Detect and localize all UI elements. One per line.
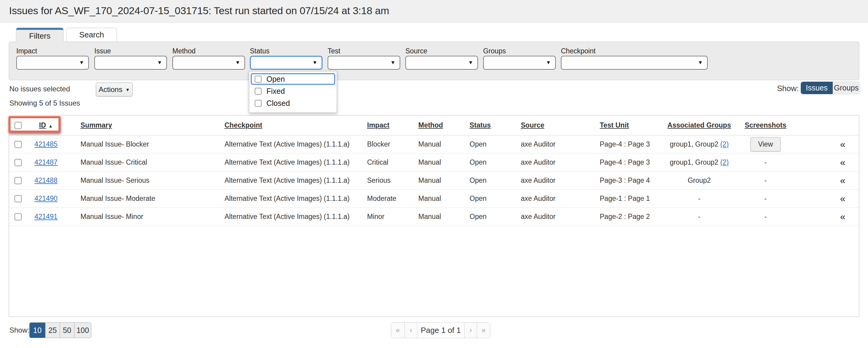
table-row: 421487 Manual Issue- Critical Alternativ… [9,153,859,172]
tab-filters[interactable]: Filters [16,28,64,42]
column-header-id[interactable]: ID▲ [27,121,65,129]
page-size-10-button[interactable]: 10 [30,323,45,338]
collapse-row-icon[interactable]: « [840,211,845,222]
test-unit-cell: Page-4 : Page 3 [582,140,657,148]
column-header-summary[interactable]: Summary [65,121,220,129]
screenshots-cell: - [741,158,789,167]
page-size-25-button[interactable]: 25 [45,323,60,338]
caret-down-icon: ▼ [157,60,162,66]
filter-status-label: Status [250,47,270,55]
summary-cell: Manual Issue- Minor [65,212,220,221]
actions-button[interactable]: Actions ▼ [96,83,133,96]
groups-cell: - [657,195,741,203]
view-toggle: Issues Groups [801,81,860,94]
status-cell: Open [458,140,509,148]
status-option-closed[interactable]: Closed [251,97,335,109]
last-page-button[interactable]: » [477,323,490,338]
first-page-button[interactable]: « [391,323,404,338]
collapse-row-icon[interactable]: « [840,175,845,186]
page-size-label: Show: [9,326,30,335]
checkpoint-cell: Alternative Text (Active Images) (1.1.1.… [220,158,355,167]
summary-cell: Manual Issue- Serious [65,176,220,184]
collapse-row-icon[interactable]: « [840,139,845,150]
status-closed-checkbox[interactable] [255,100,261,107]
caret-down-icon: ▼ [125,87,130,92]
screenshots-cell: - [741,212,789,221]
status-option-open[interactable]: Open [251,73,335,85]
method-cell: Manual [407,176,458,184]
column-header-test-unit[interactable]: Test Unit [582,121,657,129]
row-checkbox[interactable] [14,213,22,221]
groups-count-link[interactable]: (2) [720,140,729,148]
filter-impact-select[interactable]: ▼ [16,56,89,70]
row-checkbox[interactable] [14,141,22,148]
filter-method-select[interactable]: ▼ [173,56,245,70]
impact-cell: Serious [355,176,407,184]
caret-down-icon: ▼ [312,60,317,66]
caret-down-icon: ▼ [235,60,240,66]
impact-cell: Critical [355,158,407,167]
status-closed-label: Closed [267,99,290,108]
test-unit-cell: Page-3 : Page 4 [582,176,657,184]
tab-search[interactable]: Search [66,28,117,42]
caret-down-icon: ▼ [698,60,703,66]
table-row: 421485 Manual Issue- Blocker Alternative… [9,136,859,153]
show-toggle-label: Show: [777,84,799,93]
row-checkbox[interactable] [14,159,22,166]
issue-id-link[interactable]: 421491 [34,212,58,221]
view-screenshot-button[interactable]: View [750,137,780,151]
groups-cell: group1, Group2 (2) [657,140,741,148]
filter-issue-type-select[interactable]: ▼ [94,56,167,70]
column-header-method[interactable]: Method [407,121,458,129]
summary-cell: Manual Issue- Critical [65,158,220,167]
column-header-associated-groups[interactable]: Associated Groups [657,121,741,129]
method-cell: Manual [407,212,458,221]
column-header-checkpoint[interactable]: Checkpoint [220,121,355,129]
row-checkbox[interactable] [14,195,22,202]
collapse-row-icon[interactable]: « [840,157,845,168]
filter-source-select[interactable]: ▼ [405,56,478,70]
issue-id-link[interactable]: 421487 [34,158,58,166]
test-unit-cell: Page-4 : Page 3 [582,158,657,167]
column-header-screenshots[interactable]: Screenshots [741,121,789,129]
checkpoint-cell: Alternative Text (Active Images) (1.1.1.… [220,195,355,203]
collapse-row-icon[interactable]: « [840,193,845,204]
filter-groups-select[interactable]: ▼ [483,56,556,70]
page-size-50-button[interactable]: 50 [60,323,74,338]
tab-search-label: Search [79,30,104,39]
filter-impact-label: Impact [16,47,37,55]
toggle-groups-button[interactable]: Groups [833,82,860,94]
select-all-checkbox[interactable] [14,122,22,129]
column-header-status[interactable]: Status [458,121,509,129]
next-page-button[interactable]: › [464,323,477,338]
screenshots-cell: - [741,176,789,184]
column-header-impact[interactable]: Impact [355,121,407,129]
issue-id-link[interactable]: 421488 [34,176,58,184]
status-fixed-label: Fixed [267,87,285,95]
filter-panel: Impact ▼ Issue type ▼ Method ▼ Status ▼ … [9,41,859,80]
caret-down-icon: ▼ [546,60,551,66]
page-size-100-button[interactable]: 100 [74,323,91,338]
status-option-fixed[interactable]: Fixed [251,85,335,97]
groups-cell: - [657,212,741,221]
status-cell: Open [458,158,509,167]
test-unit-cell: Page-2 : Page 2 [582,212,657,221]
table-header-row: ID▲ Summary Checkpoint Impact Method Sta… [9,116,859,136]
first-page-icon: « [396,326,400,335]
source-cell: axe Auditor [509,158,582,167]
summary-cell: Manual Issue- Blocker [65,140,220,148]
impact-cell: Minor [355,212,407,221]
issue-id-link[interactable]: 421490 [34,195,58,202]
toggle-issues-button[interactable]: Issues [801,82,833,94]
column-header-source[interactable]: Source [509,121,582,129]
checkpoint-cell: Alternative Text (Active Images) (1.1.1.… [220,176,355,184]
previous-page-button[interactable]: ‹ [404,323,417,338]
groups-count-link[interactable]: (2) [720,158,729,166]
status-fixed-checkbox[interactable] [255,88,261,95]
issue-id-link[interactable]: 421485 [34,140,58,148]
row-checkbox[interactable] [14,177,22,184]
status-open-checkbox[interactable] [255,76,261,83]
filter-status-select[interactable]: ▼ [250,56,322,70]
filter-checkpoint-select[interactable]: ▼ [561,56,708,70]
filter-test-unit-select[interactable]: ▼ [328,56,400,70]
